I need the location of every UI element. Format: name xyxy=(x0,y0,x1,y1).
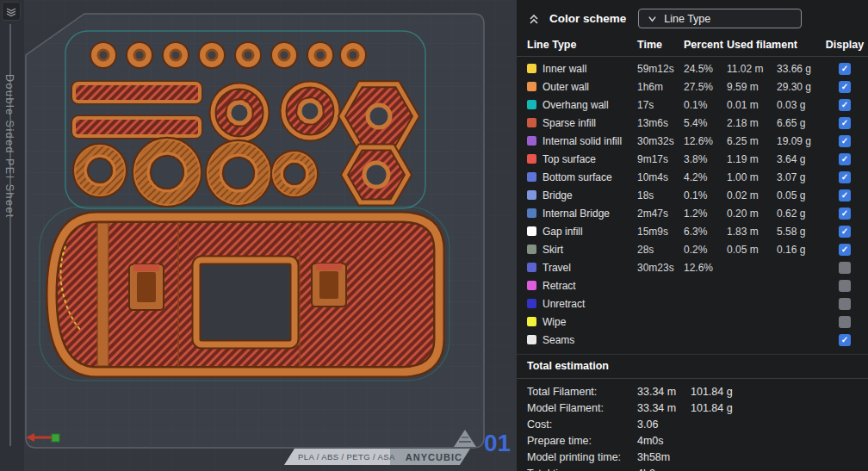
plate-name-label: Double Sided PEI Sheet xyxy=(3,74,16,219)
line-type-percent: 6.3% xyxy=(684,226,727,238)
display-checkbox[interactable]: ✓ xyxy=(839,99,851,111)
total-value-1: 4h2m xyxy=(637,468,691,471)
total-row: Total Filament: 33.34 m 101.84 g xyxy=(517,383,868,400)
line-type-name: Internal Bridge xyxy=(542,208,637,220)
line-type-color-swatch xyxy=(527,64,536,73)
line-type-name: Retract xyxy=(542,280,637,292)
case-clip-right xyxy=(312,263,346,307)
line-type-name: Bottom surface xyxy=(542,171,637,183)
plate-brand-label: ANYCUBIC xyxy=(406,452,462,462)
plate-layers-glyph xyxy=(5,5,17,17)
line-type-name: Inner wall xyxy=(542,63,637,75)
view-type-dropdown[interactable]: Line Type xyxy=(638,9,802,28)
line-type-row: Outer wall 1h6m 27.5% 9.59 m 29.30 g ✓ xyxy=(517,77,868,96)
line-type-percent: 0.1% xyxy=(684,99,727,111)
total-label: Total time: xyxy=(527,468,637,471)
line-type-filament-g: 6.65 g xyxy=(777,117,827,129)
color-scheme-panel: Color scheme Line Type Line Type Time Pe… xyxy=(517,0,868,471)
display-checkbox[interactable]: ✓ xyxy=(839,63,851,75)
line-type-time: 9m17s xyxy=(637,153,684,165)
line-type-percent: 24.5% xyxy=(684,63,727,75)
line-type-name: Overhang wall xyxy=(542,99,637,111)
line-type-time: 15m9s xyxy=(637,226,684,238)
line-type-row: Gap infill 15m9s 6.3% 1.83 m 5.58 g ✓ xyxy=(517,222,868,240)
display-checkbox[interactable]: ✓ xyxy=(839,226,851,238)
total-value-1: 33.34 m xyxy=(637,402,691,414)
line-type-row: Bottom surface 10m4s 4.2% 1.00 m 3.07 g … xyxy=(517,168,868,186)
build-plate-icon[interactable] xyxy=(2,2,21,21)
total-row: Total time: 4h2m xyxy=(517,465,868,471)
line-type-color-swatch xyxy=(527,154,536,164)
line-type-time: 17s xyxy=(637,99,684,111)
line-type-filament-g: 19.09 g xyxy=(777,135,827,147)
line-type-name: Outer wall xyxy=(542,81,637,93)
line-type-color-swatch xyxy=(527,118,536,127)
line-type-filament-g: 0.03 g xyxy=(777,99,827,111)
line-type-color-swatch xyxy=(527,82,536,91)
line-type-filament-m: 2.18 m xyxy=(727,117,777,129)
display-checkbox[interactable]: ✓ xyxy=(839,189,851,201)
column-line-type: Line Type xyxy=(527,39,637,51)
line-type-percent: 12.6% xyxy=(684,135,727,147)
line-type-filament-g: 0.05 g xyxy=(777,189,827,201)
line-type-filament-m: 0.05 m xyxy=(727,244,777,256)
column-time: Time xyxy=(637,39,684,51)
line-type-name: Travel xyxy=(542,262,637,274)
line-type-color-swatch xyxy=(527,172,536,182)
display-checkbox[interactable]: ✓ xyxy=(839,334,851,346)
line-type-filament-m: 9.59 m xyxy=(727,81,777,93)
display-checkbox[interactable]: ✓ xyxy=(839,244,851,256)
display-checkbox[interactable]: ✓ xyxy=(839,117,851,129)
build-plate-tab[interactable]: PLA / ABS / PETG / ASA ANYCUBIC xyxy=(284,449,470,465)
line-type-rows: Inner wall 59m12s 24.5% 11.02 m 33.66 g … xyxy=(517,59,868,349)
display-checkbox[interactable] xyxy=(839,280,851,292)
line-type-filament-m: 11.02 m xyxy=(727,63,777,75)
line-type-time: 2m47s xyxy=(637,208,684,220)
line-type-percent: 1.2% xyxy=(684,208,727,220)
display-checkbox[interactable]: ✓ xyxy=(839,81,851,93)
line-type-row: Inner wall 59m12s 24.5% 11.02 m 33.66 g … xyxy=(517,59,868,77)
line-type-time: 30m32s xyxy=(637,135,684,147)
line-type-percent: 5.4% xyxy=(684,117,727,129)
collapse-panel-icon[interactable] xyxy=(527,12,541,26)
total-label: Model Filament: xyxy=(527,402,637,414)
total-row: Cost: 3.06 xyxy=(517,416,868,432)
total-value-2: 101.84 g xyxy=(691,386,858,398)
display-checkbox[interactable] xyxy=(839,262,851,274)
display-checkbox[interactable]: ✓ xyxy=(839,153,851,165)
line-type-row: Travel 30m23s 12.6% xyxy=(517,258,868,276)
display-checkbox[interactable]: ✓ xyxy=(839,171,851,183)
line-type-filament-m: 1.19 m xyxy=(727,153,777,165)
line-type-filament-m: 0.01 m xyxy=(727,99,777,111)
line-type-color-swatch xyxy=(527,226,536,236)
view-type-value: Line Type xyxy=(664,13,710,25)
total-label: Model printing time: xyxy=(527,451,637,463)
line-type-time: 18s xyxy=(637,189,684,201)
line-type-filament-m: 1.00 m xyxy=(727,171,777,183)
column-percent: Percent xyxy=(684,39,727,51)
line-type-name: Gap infill xyxy=(542,226,637,238)
display-checkbox[interactable]: ✓ xyxy=(839,135,851,147)
line-type-percent: 27.5% xyxy=(684,81,727,93)
line-type-filament-m: 6.25 m xyxy=(727,135,777,147)
total-estimation-title: Total estimation xyxy=(517,354,868,379)
line-type-row: Internal solid infill 30m32s 12.6% 6.25 … xyxy=(517,132,868,150)
model-hexagon-top xyxy=(342,84,416,148)
total-value-2: 101.84 g xyxy=(691,402,858,414)
line-type-row: Unretract xyxy=(517,294,868,313)
line-type-color-swatch xyxy=(527,100,536,109)
line-type-filament-g: 3.64 g xyxy=(777,153,827,165)
display-checkbox[interactable] xyxy=(839,316,851,328)
line-type-color-swatch xyxy=(527,190,536,200)
line-type-filament-g: 29.30 g xyxy=(777,81,827,93)
line-type-color-swatch xyxy=(527,281,536,290)
line-type-time: 30m23s xyxy=(637,262,684,274)
viewport-3d[interactable]: Double Sided PEI Sheet PLA / ABS / PETG … xyxy=(0,0,517,471)
line-type-percent: 3.8% xyxy=(684,153,727,165)
total-value-1: 3.06 xyxy=(637,418,691,431)
total-label: Prepare time: xyxy=(527,435,637,447)
display-checkbox[interactable]: ✓ xyxy=(839,208,851,220)
line-type-time: 13m6s xyxy=(637,117,684,129)
line-type-row: Wipe xyxy=(517,313,868,331)
display-checkbox[interactable] xyxy=(839,298,851,310)
